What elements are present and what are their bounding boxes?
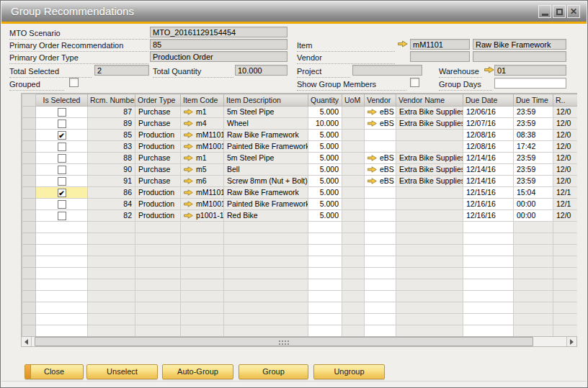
cell-quantity[interactable]: 10.000 (308, 118, 342, 130)
cell-item-code[interactable]: m6 (181, 176, 224, 187)
row-indicator[interactable] (22, 118, 36, 130)
link-arrow-icon[interactable] (184, 120, 193, 127)
link-arrow-icon[interactable] (184, 166, 193, 173)
cell-r[interactable]: 12/0 (553, 153, 578, 164)
cell-r[interactable]: 12/0 (553, 130, 578, 141)
show-group-members-checkbox[interactable] (410, 78, 419, 87)
cell-is-selected[interactable] (36, 118, 88, 130)
cell-item-description[interactable]: Red Bike (224, 210, 308, 222)
cell-item-code[interactable]: mM1101 (181, 187, 224, 199)
table-row[interactable]: 82Productionp1001-1Red Bike5.00012/16/16… (22, 210, 578, 222)
footer-group-button[interactable]: Group (239, 364, 308, 379)
cell-is-selected[interactable]: ✔ (36, 130, 88, 141)
row-select-checkbox[interactable]: ✔ (58, 189, 66, 197)
row-indicator[interactable] (22, 130, 36, 141)
cell-due-time[interactable]: 00:00 (514, 199, 553, 210)
link-arrow-icon[interactable] (184, 201, 193, 207)
link-arrow-icon[interactable] (368, 109, 377, 115)
cell-order-type[interactable]: Purchase (135, 118, 181, 130)
cell-vendor-name[interactable] (396, 210, 463, 222)
cell-due-time[interactable]: 00:00 (514, 210, 553, 222)
primary-order-recommendation-field[interactable]: 85 (150, 39, 288, 50)
cell-uom[interactable] (342, 199, 365, 210)
title-bar[interactable]: Group Recommendations ✕ (1, 1, 587, 22)
cell-r[interactable]: 12/0 (553, 141, 578, 153)
cell-rcm[interactable]: 82 (88, 210, 135, 222)
cell-item-description[interactable]: Raw Bike Framework (224, 187, 308, 199)
cell-quantity[interactable]: 5.000 (308, 130, 342, 141)
footer-ungroup-button[interactable]: Ungroup (313, 364, 385, 379)
cell-due-date[interactable]: 12/16/16 (463, 210, 514, 222)
horizontal-scrollbar[interactable] (21, 336, 577, 347)
mto-scenario-field[interactable]: MTO_20161129154454 (150, 27, 288, 37)
cell-r[interactable]: 12/0 (553, 210, 578, 222)
link-arrow-icon[interactable] (184, 143, 193, 150)
cell-item-description[interactable]: Bell (224, 164, 308, 176)
cell-due-date[interactable]: 12/06/16 (463, 107, 514, 118)
cell-item-code[interactable]: m1 (181, 107, 224, 118)
cell-order-type[interactable]: Purchase (135, 164, 181, 176)
cell-is-selected[interactable] (36, 153, 88, 164)
footer-auto-group-button[interactable]: Auto-Group (162, 364, 233, 379)
minimize-button[interactable] (538, 5, 551, 18)
cell-rcm[interactable]: 84 (88, 199, 135, 210)
link-arrow-icon[interactable] (184, 189, 193, 196)
col-header-vendor[interactable]: Vendor (365, 94, 396, 107)
link-arrow-icon[interactable] (368, 166, 377, 173)
cell-due-date[interactable]: 12/14/16 (463, 164, 514, 176)
col-header-quantity[interactable]: Quantity (308, 94, 342, 107)
vendor-name-field[interactable] (473, 51, 566, 62)
cell-is-selected[interactable] (36, 199, 88, 210)
cell-quantity[interactable]: 5.000 (308, 141, 342, 153)
total-quantity-field[interactable]: 10.000 (235, 65, 288, 76)
cell-vendor-name[interactable]: Extra Bike Supplies (396, 164, 463, 176)
cell-uom[interactable] (342, 187, 365, 199)
cell-item-description[interactable]: Raw Bike Framework (224, 130, 308, 141)
vendor-code-field[interactable] (410, 51, 470, 62)
cell-item-code[interactable]: p1001-1 (181, 210, 224, 222)
cell-vendor[interactable]: eBS (365, 153, 396, 164)
row-indicator[interactable] (22, 141, 36, 153)
link-arrow-icon[interactable] (184, 212, 193, 219)
table-row[interactable]: 83ProductionmM1001Painted Bike Framework… (22, 141, 578, 153)
footer-unselect-button[interactable]: Unselect (86, 364, 158, 379)
cell-order-type[interactable]: Production (135, 199, 181, 210)
cell-r[interactable]: 12/1 (553, 199, 578, 210)
cell-r[interactable]: 12/0 (553, 164, 578, 176)
cell-due-time[interactable]: 23:59 (514, 118, 553, 130)
table-row[interactable]: 90Purchasem5Bell5.000eBSExtra Bike Suppl… (22, 164, 578, 176)
table-row[interactable]: 84ProductionmM1001Painted Bike Framework… (22, 199, 578, 210)
cell-due-time[interactable]: 23:59 (514, 164, 553, 176)
row-select-checkbox[interactable] (58, 154, 66, 163)
item-name-field[interactable]: Raw Bike Framework (473, 39, 566, 50)
cell-quantity[interactable]: 5.000 (308, 210, 342, 222)
cell-due-date[interactable]: 12/15/16 (463, 187, 514, 199)
cell-vendor-name[interactable] (396, 187, 463, 199)
cell-is-selected[interactable] (36, 107, 88, 118)
row-select-checkbox[interactable] (58, 108, 66, 117)
col-header-is-selected[interactable]: Is Selected (36, 94, 88, 107)
cell-due-time[interactable]: 08:38 (514, 130, 553, 141)
link-arrow-icon[interactable] (184, 155, 193, 161)
table-row[interactable]: ✔86ProductionmM1101Raw Bike Framework5.0… (22, 187, 578, 199)
cell-item-code[interactable]: mM1001 (181, 141, 224, 153)
col-header-uom[interactable]: UoM (342, 94, 365, 107)
cell-vendor[interactable] (365, 187, 396, 199)
col-header-due-time[interactable]: Due Time (514, 94, 553, 107)
cell-is-selected[interactable]: ✔ (36, 187, 88, 199)
cell-rcm[interactable]: 89 (88, 118, 135, 130)
cell-rcm[interactable]: 86 (88, 187, 135, 199)
cell-due-date[interactable]: 12/14/16 (463, 153, 514, 164)
cell-uom[interactable] (342, 176, 365, 187)
cell-vendor[interactable]: eBS (365, 118, 396, 130)
row-indicator[interactable] (22, 210, 36, 222)
cell-uom[interactable] (342, 118, 365, 130)
row-indicator[interactable] (22, 107, 36, 118)
cell-due-date[interactable]: 12/08/16 (463, 130, 514, 141)
col-header-item-description[interactable]: Item Description (224, 94, 308, 107)
cell-due-date[interactable]: 12/16/16 (463, 199, 514, 210)
col-header-order-type[interactable]: Order Type (135, 94, 181, 107)
cell-vendor-name[interactable] (396, 199, 463, 210)
cell-due-time[interactable]: 23:59 (514, 153, 553, 164)
cell-vendor-name[interactable]: Extra Bike Supplies (396, 107, 463, 118)
